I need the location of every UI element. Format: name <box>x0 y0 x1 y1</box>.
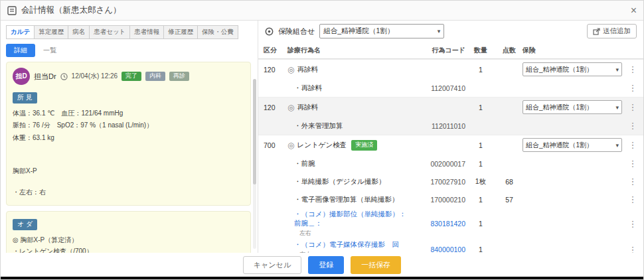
row-insurance-select[interactable]: 組合_精神通院（1割）▾ <box>523 100 622 114</box>
row-name: ・外来管理加算 <box>287 121 410 131</box>
left-panel-scrollbar[interactable] <box>253 79 256 249</box>
accounting-dialog: 会計情報（新患太郎さん） × カルテ 算定履歴 病名 患者セット 患者情報 修正… <box>0 0 644 280</box>
row-qty: 1枚 <box>465 177 496 186</box>
row-subtext: 左右 <box>287 229 311 238</box>
table-row: ・単純撮影（デジタル撮影） 170027910 1枚 68 ⋮ <box>258 173 643 190</box>
status-badge-department: 内科 <box>145 72 165 82</box>
row-points: 68 <box>496 178 523 186</box>
group-circle-icon: ◎ <box>287 141 294 150</box>
dialog-body: カルテ 算定履歴 病名 患者セット 患者情報 修正履歴 保険・公費 詳細 一覧 … <box>1 21 643 253</box>
order-line: ・レントゲン検査（/700） <box>13 245 244 253</box>
row-qty: 1 <box>465 160 496 168</box>
row-name: ・前腕 <box>287 159 410 169</box>
chevron-down-icon: ▾ <box>615 142 619 149</box>
insurance-combination-label: 保険組合せ <box>278 27 315 36</box>
tab-byomei[interactable]: 病名 <box>68 25 90 39</box>
row-code: 830181420 <box>410 220 465 228</box>
avatar: 担D <box>13 68 30 85</box>
register-button[interactable]: 登録 <box>308 256 344 274</box>
row-qty: 1 <box>465 104 496 111</box>
doctor-name: 担当Dr <box>34 72 56 82</box>
tab-patient-info[interactable]: 患者情報 <box>130 25 164 39</box>
billing-table: 区分 診療行為名 行為コード 数量 点数 保険 120 ◎再診料 1 組 <box>258 42 643 253</box>
bulk-save-button[interactable]: 一括保存 <box>351 256 401 274</box>
tab-shusei-rireki[interactable]: 修正履歴 <box>164 25 198 39</box>
tab-karte[interactable]: カルテ <box>6 25 35 39</box>
header-name: 診療行為名 <box>287 46 410 55</box>
header-qty: 数量 <box>465 46 496 55</box>
row-menu-button[interactable]: ⋮ <box>627 245 638 253</box>
row-name: ・（コメ）電子媒体保存撮影 回 左 / <box>287 240 410 253</box>
row-menu-button[interactable]: ⋮ <box>627 159 638 169</box>
insurance-combination-icon <box>265 27 274 36</box>
insurance-combination-select[interactable]: 組合_精神通院（1割） ▾ <box>319 24 444 38</box>
tab-santei-rireki[interactable]: 算定履歴 <box>35 25 68 39</box>
exam-note: ・左右：右 <box>13 188 244 197</box>
karte-card: 担D 担当Dr 12/04(水) 12:26 完了 内科 再診 所 見 体温：3… <box>6 62 251 206</box>
dialog-title: 会計情報（新患太郎さん） <box>21 5 121 16</box>
row-insurance-select[interactable]: 組合_精神通院（1割）▾ <box>523 138 622 152</box>
dialog-titlebar: 会計情報（新患太郎さん） × <box>1 1 643 21</box>
status-badge-done: 完了 <box>121 72 141 82</box>
vital-line: 体温：36.1 ℃ 血圧：121/64 mmHg <box>13 107 244 120</box>
chevron-down-icon: ▾ <box>615 66 619 73</box>
table-row: ・（コメ）撮影部位（単純撮影）：前腕＿： 左右 830181420 1 ⋮ <box>258 208 643 239</box>
row-kubun: 700 <box>264 141 287 149</box>
row-menu-button[interactable]: ⋮ <box>627 121 638 131</box>
karte-card-header: 担D 担当Dr 12/04(水) 12:26 完了 内科 再診 <box>13 68 244 85</box>
row-menu-button[interactable]: ⋮ <box>627 140 638 150</box>
row-qty: 1 <box>465 220 496 228</box>
status-badge-executed: 実施済 <box>351 140 377 151</box>
table-row: 700 ◎レントゲン検査実施済 1 組合_精神通院（1割）▾ ⋮ <box>258 135 643 155</box>
row-menu-button[interactable]: ⋮ <box>627 64 638 74</box>
header-code: 行為コード <box>410 46 465 55</box>
row-name: ◎再診料 <box>287 65 410 74</box>
findings-section-badge: 所 見 <box>13 92 37 104</box>
send-add-button[interactable]: 送信追加 <box>587 24 637 38</box>
close-icon[interactable]: × <box>631 5 637 16</box>
chevron-down-icon: ▾ <box>438 28 441 35</box>
karte-datetime: 12/04(水) 12:26 <box>72 72 118 81</box>
karte-subtabs: 詳細 一覧 <box>6 44 251 57</box>
row-qty: 1 <box>465 141 496 149</box>
clock-icon <box>60 73 68 80</box>
insurance-selected-value: 組合_精神通院（1割） <box>323 27 394 36</box>
subtab-list-link[interactable]: 一覧 <box>43 46 56 55</box>
row-insurance-select[interactable]: 組合_精神通院（1割）▾ <box>523 62 622 76</box>
row-code: 840000100 <box>410 245 465 253</box>
table-row: 120 ◎再診料 1 組合_精神通院（1割）▾ ⋮ <box>258 97 643 117</box>
row-name: ・電子画像管理加算（単純撮影） <box>287 195 410 204</box>
group-circle-icon: ◎ <box>287 103 294 112</box>
dialog-footer: キャンセル 登録 一括保存 <box>1 253 643 277</box>
exam-title: 胸部X-P <box>13 167 244 176</box>
scrollbar-thumb[interactable] <box>253 79 256 184</box>
row-qty: 1 <box>465 196 496 204</box>
subtab-detail-button[interactable]: 詳細 <box>6 44 35 57</box>
order-lines: ◎ 胸部X-P（算定済） ・レントゲン検査（/700） ・前腕 [1] ・単純撮… <box>13 234 244 253</box>
row-kubun: 120 <box>264 104 287 111</box>
order-section-badge: オ ダ <box>13 219 37 230</box>
send-icon <box>593 28 600 35</box>
bottom-border-bar <box>1 277 643 279</box>
row-menu-button[interactable]: ⋮ <box>627 219 638 229</box>
table-row: ・（コメ）電子媒体保存撮影 回 左 / 840000100 1 ⋮ <box>258 239 643 253</box>
row-code: 170000210 <box>410 196 465 204</box>
row-qty: 1 <box>465 245 496 253</box>
vital-line: 体重：63.1 kg <box>13 132 244 145</box>
row-qty: 1 <box>465 66 496 74</box>
row-name: ・単純撮影（デジタル撮影） <box>287 177 410 186</box>
table-row: ・前腕 002000017 1 ⋮ <box>258 155 643 173</box>
table-row: ・外来管理加算 112011010 ⋮ <box>258 117 643 135</box>
row-code: 002000017 <box>410 160 465 168</box>
table-row: 120 ◎再診料 1 組合_精神通院（1割）▾ ⋮ <box>258 59 643 79</box>
row-menu-button[interactable]: ⋮ <box>627 83 638 93</box>
row-menu-button[interactable]: ⋮ <box>627 102 638 112</box>
tab-hoken-kohi[interactable]: 保険・公費 <box>198 25 238 39</box>
tab-patient-set[interactable]: 患者セット <box>90 25 130 39</box>
vital-line: 脈拍：76 /分 SpO2：97 %（1 nasal (L/min)） <box>13 119 244 132</box>
accounting-icon <box>7 6 17 15</box>
row-menu-button[interactable]: ⋮ <box>627 176 638 186</box>
status-badge-visit-type: 再診 <box>169 72 189 82</box>
row-menu-button[interactable]: ⋮ <box>627 194 638 204</box>
cancel-button[interactable]: キャンセル <box>243 256 301 274</box>
